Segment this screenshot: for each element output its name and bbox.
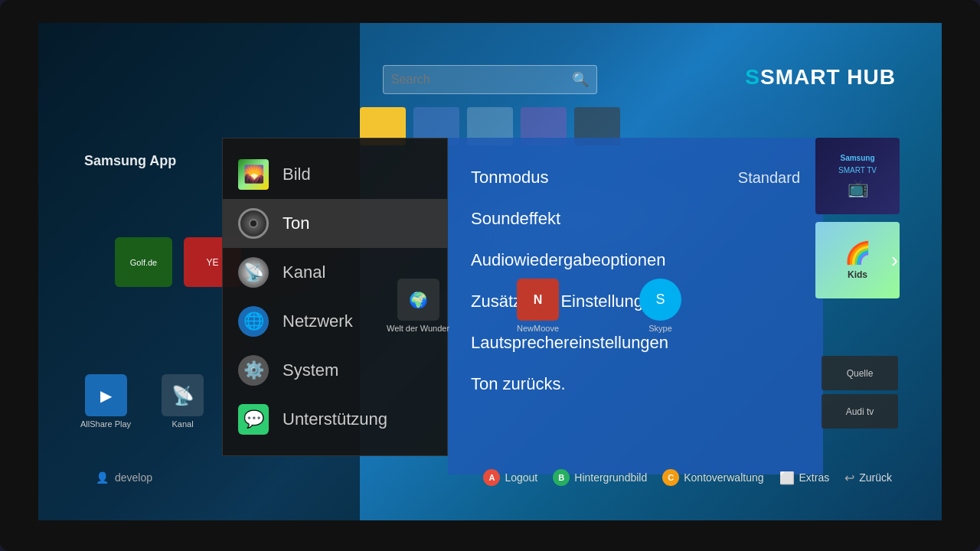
kontoverwaltung-label: Kontoverwaltung — [684, 471, 763, 484]
audiowiedergabe-label: Audiowiedergabeoptionen — [471, 250, 665, 270]
right-bottom-apps: Quelle Audi tv — [822, 356, 898, 429]
extras-label: Extras — [799, 471, 830, 484]
btn-c-icon: C — [662, 469, 679, 486]
scroll-right-arrow[interactable]: › — [891, 248, 898, 272]
tv-frame: SSMART HUB 🔍 Samsung App Golf.de YE — [0, 0, 980, 551]
welt-label: Welt der Wunder — [387, 324, 449, 333]
search-input[interactable] — [391, 73, 566, 86]
smart-hub-logo: SSMART HUB — [745, 65, 896, 90]
action-zuruck[interactable]: ↩ Zurück — [844, 471, 892, 485]
action-hintergrundbild[interactable]: B Hintergrundbild — [553, 469, 647, 486]
bottom-app-welt[interactable]: 🌍 Welt der Wunder — [387, 279, 449, 333]
right-app-kids[interactable]: 🌈 Kids — [815, 222, 900, 298]
bottom-app-skype[interactable]: S Skype — [639, 279, 681, 333]
search-bar[interactable]: 🔍 — [383, 65, 597, 94]
tonmodus-label: Tonmodus — [471, 168, 549, 187]
welt-icon: 🌍 — [397, 279, 439, 321]
logout-label: Logout — [505, 471, 537, 484]
right-apps-panel: Samsung SMART TV 📺 🌈 Kids — [815, 138, 900, 298]
allshare-icon: ▶ — [85, 374, 127, 416]
action-extras[interactable]: ⬜ Extras — [779, 471, 830, 485]
action-kontoverwaltung[interactable]: C Kontoverwaltung — [662, 469, 763, 486]
samsung-apps-label: Samsung App — [84, 153, 176, 169]
right-app-quell[interactable]: Quelle — [822, 356, 898, 390]
bild-label: Bild — [283, 165, 311, 184]
bottom-app-newmoove[interactable]: N NewMoove — [517, 279, 559, 333]
extras-icon: ⬜ — [779, 471, 795, 485]
netzwerk-icon: 🌐 — [238, 306, 269, 337]
btn-a-icon: A — [483, 469, 500, 486]
bottom-app-allshare[interactable]: ▶ AllShare Play — [80, 374, 131, 429]
right-app-samsung-tv[interactable]: Samsung SMART TV 📺 — [815, 138, 900, 214]
bottom-app-kanal[interactable]: 📡 Kanal — [162, 374, 204, 429]
skype-icon: S — [639, 279, 681, 321]
kanal-satellite-label: Kanal — [172, 419, 193, 429]
hintergrundbild-label: Hintergrundbild — [574, 471, 647, 484]
kanal-icon: 📡 — [238, 257, 269, 288]
skype-label: Skype — [648, 324, 672, 333]
zuruck-icon: ↩ — [844, 471, 854, 485]
bild-icon: 🌄 — [238, 159, 269, 190]
right-app-auditv[interactable]: Audi tv — [822, 394, 898, 429]
zusatzliche-label: Zusätzliche Einstellungen — [471, 292, 662, 311]
newmoove-label: NewMoove — [517, 324, 559, 333]
soundeffekt-label: Soundeffekt — [471, 209, 560, 229]
newmoove-icon: N — [517, 279, 559, 321]
kanal-label: Kanal — [283, 262, 325, 282]
bottom-actions-bar: A Logout B Hintergrundbild C Kontoverwal… — [80, 469, 900, 486]
bottom-row-apps: ▶ AllShare Play 📡 Kanal 🌍 Welt der Wunde… — [80, 374, 900, 429]
submenu-audiowiedergabe[interactable]: Audiowiedergabeoptionen — [471, 240, 800, 281]
zuruck-label: Zurück — [859, 471, 892, 484]
kanal-satellite-icon: 📡 — [162, 374, 204, 416]
search-icon: 🔍 — [572, 71, 589, 88]
ton-icon — [238, 208, 269, 239]
netzwerk-label: Netzwerk — [283, 311, 353, 331]
submenu-tonmodus[interactable]: Tonmodus Standard — [471, 157, 800, 198]
app-golf[interactable]: Golf.de — [115, 237, 172, 287]
submenu-soundeffekt[interactable]: Soundeffekt — [471, 198, 800, 240]
action-logout[interactable]: A Logout — [483, 469, 537, 486]
tonmodus-value: Standard — [738, 169, 800, 187]
btn-b-icon: B — [553, 469, 570, 486]
tv-screen: SSMART HUB 🔍 Samsung App Golf.de YE — [38, 23, 942, 520]
ton-label: Ton — [283, 214, 309, 233]
menu-item-bild[interactable]: 🌄 Bild — [223, 150, 447, 199]
menu-item-ton[interactable]: Ton — [223, 199, 447, 248]
lautsprecher-label: Lautsprechereinstellungen — [471, 333, 668, 353]
allshare-label: AllShare Play — [80, 419, 131, 429]
